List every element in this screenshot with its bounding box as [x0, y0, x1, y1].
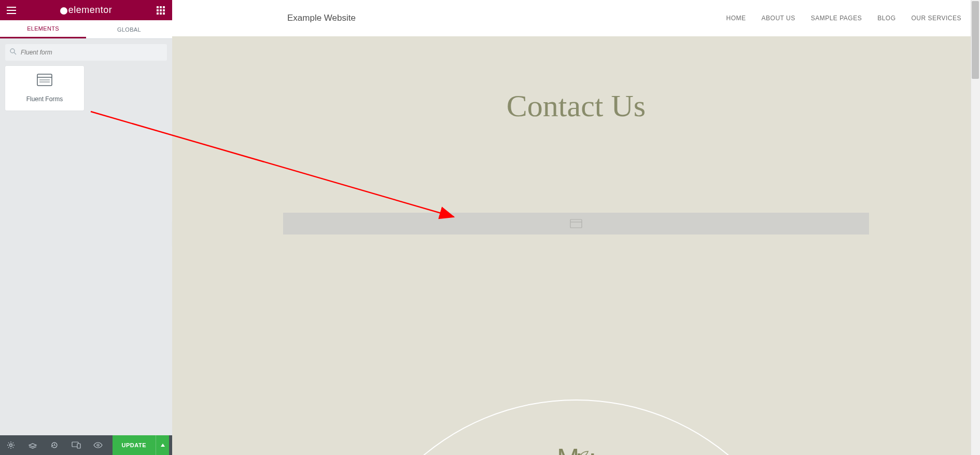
sidebar-footer: UPDATE [0, 435, 172, 455]
responsive-icon[interactable] [65, 435, 87, 455]
preview-canvas: Example Website HOME ABOUT US SAMPLE PAG… [172, 0, 980, 455]
elementor-logo: elementor [60, 5, 113, 16]
site-header: Example Website HOME ABOUT US SAMPLE PAG… [172, 0, 980, 36]
preview-body: Contact Us MH [172, 36, 980, 455]
search-icon [10, 48, 17, 57]
svg-rect-7 [160, 12, 162, 15]
update-button[interactable]: UPDATE [113, 435, 156, 455]
svg-rect-5 [163, 9, 165, 11]
svg-rect-17 [77, 444, 80, 448]
footer-icons [0, 435, 109, 455]
settings-icon[interactable] [0, 435, 22, 455]
search-wrap [0, 39, 172, 61]
apps-grid-icon[interactable] [156, 5, 166, 16]
svg-rect-4 [160, 9, 162, 11]
navigator-icon[interactable] [22, 435, 44, 455]
tab-elements[interactable]: ELEMENTS [0, 20, 86, 38]
widget-placeholder-icon [570, 219, 582, 228]
history-icon[interactable] [44, 435, 65, 455]
widgets-area: Fluent Forms [0, 61, 172, 116]
leaf-icon [579, 450, 589, 455]
search-input[interactable] [5, 44, 167, 61]
scrollbar-thumb[interactable] [972, 1, 979, 79]
svg-line-10 [14, 52, 16, 54]
nav-home[interactable]: HOME [726, 15, 746, 22]
site-monogram: MH [557, 446, 595, 455]
nav-services[interactable]: OUR SERVICES [912, 15, 961, 22]
svg-point-15 [10, 444, 12, 447]
svg-rect-19 [570, 219, 582, 228]
update-group: UPDATE [113, 435, 172, 455]
site-title: Example Website [287, 13, 356, 23]
page-title: Contact Us [172, 36, 980, 124]
nav-about[interactable]: ABOUT US [762, 15, 795, 22]
widget-fluent-forms[interactable]: Fluent Forms [5, 66, 84, 111]
svg-point-18 [97, 444, 99, 446]
logo-text: elementor [68, 5, 113, 16]
svg-rect-1 [160, 6, 162, 8]
sidebar-header: elementor [0, 0, 172, 20]
svg-rect-0 [157, 6, 159, 8]
widget-label: Fluent Forms [26, 95, 63, 103]
form-icon [37, 74, 52, 88]
update-options-button[interactable] [156, 435, 169, 455]
svg-rect-2 [163, 6, 165, 8]
widget-search [5, 44, 167, 61]
svg-rect-6 [157, 12, 159, 15]
nav-blog[interactable]: BLOG [877, 15, 895, 22]
hamburger-icon[interactable] [6, 5, 17, 16]
drop-zone[interactable] [283, 213, 869, 235]
nav-sample-pages[interactable]: SAMPLE PAGES [811, 15, 862, 22]
svg-rect-3 [157, 9, 159, 11]
sidebar-tabs: ELEMENTS GLOBAL [0, 20, 172, 39]
preview-icon[interactable] [87, 435, 109, 455]
svg-point-9 [10, 49, 15, 53]
scrollbar-track[interactable] [971, 0, 980, 455]
elementor-sidebar: elementor ELEMENTS GLOBAL [0, 0, 172, 455]
tab-global[interactable]: GLOBAL [86, 20, 172, 38]
primary-nav: HOME ABOUT US SAMPLE PAGES BLOG OUR SERV… [726, 15, 961, 22]
svg-rect-8 [163, 12, 165, 15]
